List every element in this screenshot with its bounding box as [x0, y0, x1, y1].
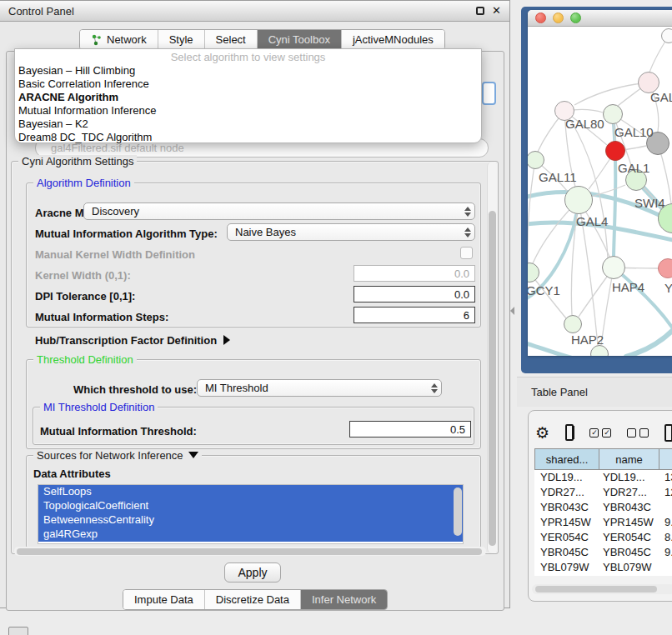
table-cell: YPR145W: [599, 515, 659, 530]
which-threshold-combo[interactable]: MI Threshold: [197, 379, 442, 397]
tab-jactivemnodules[interactable]: jActiveMNodules: [342, 30, 444, 49]
control-panel-tabbar: Network Style Select Cyni Toolbox jActiv…: [79, 29, 445, 50]
data-attributes-label: Data Attributes: [33, 468, 111, 480]
network-node[interactable]: [528, 151, 544, 169]
network-node[interactable]: [602, 256, 625, 279]
apply-button[interactable]: Apply: [224, 562, 281, 582]
combo-value: Discovery: [92, 205, 139, 218]
kernel-width-field[interactable]: 0.0: [354, 265, 475, 282]
checked-box-icon: ✓: [602, 428, 611, 438]
table-cell: YDR27...: [599, 485, 659, 500]
attribute-item-selected[interactable]: SelfLoops: [38, 485, 463, 499]
table-cell: 12: [659, 485, 672, 500]
column-header[interactable]: name: [599, 449, 659, 469]
chevron-down-icon[interactable]: [188, 452, 198, 458]
group-title: Threshold Definition: [33, 353, 137, 366]
table-cell: YLR345W: [534, 575, 599, 576]
gear-icon[interactable]: ⚙: [535, 425, 549, 441]
network-node[interactable]: [605, 141, 625, 161]
tab-label: jActiveMNodules: [353, 33, 434, 46]
tab-label: Impute Data: [134, 593, 193, 606]
node-label: GAL1: [618, 161, 649, 175]
algorithm-option[interactable]: Basic Correlation Inference: [15, 78, 481, 91]
dpi-tolerance-field[interactable]: 0.0: [354, 286, 475, 302]
minimize-traffic-icon[interactable]: [553, 12, 564, 23]
unchecked-box-icon: [627, 428, 636, 438]
float-window-icon[interactable]: [476, 7, 484, 15]
algorithm-option[interactable]: Bayesian – K2: [15, 118, 481, 131]
mi-type-label: Mutual Information Algorithm Type:: [35, 228, 218, 240]
attributes-scrollbar-thumb[interactable]: [454, 488, 462, 536]
algorithm-option-selected[interactable]: ARACNE Algorithm: [15, 91, 481, 104]
tab-network[interactable]: Network: [80, 30, 158, 49]
table-row[interactable]: YDR27...YDR27...12: [534, 485, 672, 500]
sources-toggle[interactable]: Sources for Network Inference: [33, 449, 202, 462]
tab-style[interactable]: Style: [158, 30, 205, 49]
deselect-all-columns-icon[interactable]: [627, 428, 649, 438]
zoom-traffic-icon[interactable]: [570, 12, 581, 23]
network-node[interactable]: [564, 186, 593, 214]
splitter-handle[interactable]: [510, 307, 514, 315]
algorithm-option[interactable]: Bayesian – Hill Climbing: [15, 64, 481, 78]
algorithm-option[interactable]: Dream8 DC_TDC Algorithm: [15, 131, 481, 144]
network-window-titlebar[interactable]: [528, 10, 672, 27]
hub-section-toggle[interactable]: Hub/Transcription Factor Definition: [35, 334, 230, 347]
network-canvas[interactable]: GALGAL80GAL10GAL1GAL11SWI4GAL4GCY1HAP4YH…: [528, 27, 672, 356]
table-cell: YDL19...: [534, 470, 599, 485]
chevron-right-icon[interactable]: [223, 335, 230, 345]
tab-label: Network: [107, 33, 147, 46]
tab-label: Infer Network: [312, 593, 376, 606]
algorithm-option[interactable]: Mutual Information Inference: [15, 104, 481, 118]
tab-cyni-toolbox[interactable]: Cyni Toolbox: [258, 30, 342, 49]
column-header[interactable]: [659, 449, 672, 469]
kernel-width-label: Kernel Width (0,1):: [35, 269, 131, 282]
node-label: Y: [664, 281, 672, 295]
table-row[interactable]: YER054CYER054C8.: [534, 530, 672, 545]
attribute-item-selected[interactable]: BetweennessCentrality: [38, 513, 463, 528]
settings-hscrollbar-thumb[interactable]: [17, 548, 482, 555]
table-row[interactable]: YPR145WYPR145W9.: [534, 515, 672, 530]
tab-impute-data[interactable]: Impute Data: [123, 590, 205, 609]
tab-select[interactable]: Select: [205, 30, 258, 49]
settings-vscrollbar-thumb[interactable]: [489, 211, 496, 546]
control-panel-titlebar[interactable]: Control Panel ✕: [0, 1, 509, 22]
split-columns-icon[interactable]: [565, 424, 574, 441]
table-cell: YPR145W: [534, 515, 599, 530]
node-label: GAL80: [565, 117, 604, 131]
node-label: GAL10: [614, 125, 654, 139]
network-node[interactable]: [564, 315, 582, 333]
attribute-item-selected[interactable]: TopologicalCoefficient: [38, 499, 463, 513]
cyni-bottom-tabbar: Impute Data Discretize Data Infer Networ…: [123, 589, 388, 610]
table-row[interactable]: YBL079WYBL079W: [534, 560, 672, 575]
close-icon[interactable]: ✕: [492, 7, 501, 15]
network-node[interactable]: [661, 28, 672, 43]
new-table-icon[interactable]: [664, 424, 672, 442]
mi-threshold-field[interactable]: 0.5: [349, 421, 471, 438]
table-row[interactable]: YBR043CYBR043C: [534, 500, 672, 515]
mi-type-combo[interactable]: Naive Bayes: [227, 223, 475, 241]
table-row[interactable]: YBR045CYBR045C9.: [534, 545, 672, 560]
table-hscrollbar-thumb[interactable]: [535, 586, 657, 592]
unchecked-box-icon: [639, 428, 649, 438]
network-node[interactable]: [528, 262, 539, 282]
network-node[interactable]: [603, 104, 623, 124]
node-label: GAL: [650, 90, 672, 104]
column-header[interactable]: shared...: [534, 449, 599, 469]
network-node[interactable]: [658, 258, 672, 278]
manual-kernel-checkbox[interactable]: [460, 247, 473, 259]
close-traffic-icon[interactable]: [535, 12, 546, 23]
table-hscrollbar-track[interactable]: [532, 584, 672, 594]
table-row[interactable]: YLR345WYLR345W9.: [534, 575, 672, 576]
data-attributes-list[interactable]: SelfLoops TopologicalCoefficient Between…: [38, 484, 464, 544]
table-row[interactable]: YDL19...YDL19...13: [534, 470, 672, 485]
table-cell: YBR043C: [534, 500, 599, 515]
mi-steps-field[interactable]: 6: [354, 307, 475, 323]
group-title: MI Threshold Definition: [40, 401, 158, 413]
table-cell: 9.: [659, 575, 672, 576]
attribute-item-selected[interactable]: gal4RGexp: [38, 528, 463, 542]
aracne-mode-combo[interactable]: Discovery: [83, 202, 475, 220]
node-label: GAL4: [576, 214, 608, 228]
tab-infer-network[interactable]: Infer Network: [301, 590, 387, 609]
tab-discretize-data[interactable]: Discretize Data: [205, 590, 301, 609]
select-all-columns-icon[interactable]: ✓ ✓: [589, 428, 611, 438]
